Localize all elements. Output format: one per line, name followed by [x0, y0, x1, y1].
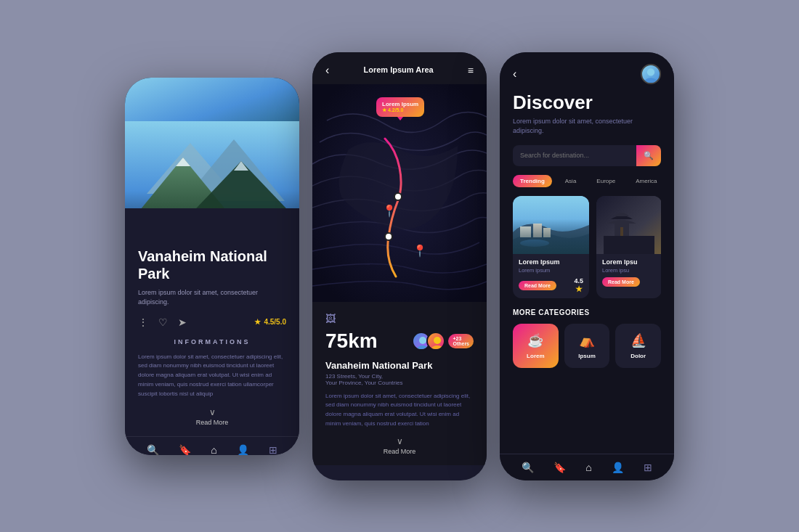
search-input[interactable]: [513, 146, 636, 165]
coffee-icon: ☕: [527, 332, 543, 348]
card-image-2: [596, 196, 661, 254]
nav-grid-icon[interactable]: ⊞: [269, 444, 277, 454]
nav3-home-icon[interactable]: ⌂: [585, 462, 591, 473]
rating-value: 4.5/5.0: [264, 318, 286, 326]
map-pin-top: Lorem Ipsum ★ 4.2/5.0: [376, 97, 424, 117]
distance-value: 75km: [325, 330, 378, 353]
cat-card-dolor[interactable]: ⛵ Dolor: [615, 324, 661, 368]
filter-tabs: Trending Asia Europe America: [513, 175, 661, 187]
menu-icon[interactable]: ≡: [468, 65, 474, 76]
phones-container: Vanaheim National Park Lorem ipsum dolor…: [110, 38, 689, 495]
svg-rect-18: [520, 226, 531, 237]
chevron-down-icon-2[interactable]: ∨: [397, 436, 403, 446]
svg-point-13: [434, 337, 441, 344]
cat-card-ipsum[interactable]: ⛺ Ipsum: [564, 324, 610, 368]
nav-user-icon[interactable]: 👤: [237, 444, 249, 454]
others-badge: +23Others: [448, 334, 474, 348]
svg-rect-19: [533, 224, 542, 237]
phone3-back-button[interactable]: ‹: [513, 67, 516, 81]
rating: ★ 4.5/5.0: [254, 318, 286, 326]
card-read-more-2[interactable]: Read More: [602, 277, 640, 287]
filter-asia[interactable]: Asia: [558, 175, 584, 187]
heart-icon[interactable]: ♡: [158, 316, 168, 328]
action-icons: ⋮ ♡ ➤: [138, 316, 187, 328]
read-more-label[interactable]: Read More: [196, 419, 229, 426]
card-read-more-1[interactable]: Read More: [519, 281, 556, 290]
svg-point-11: [419, 337, 426, 344]
phone1-content: Vanaheim National Park Lorem ipsum dolor…: [125, 237, 299, 437]
chevron-down-icon[interactable]: ∨: [209, 407, 216, 417]
sail-icon: ⛵: [630, 332, 646, 348]
phone-1: Vanaheim National Park Lorem ipsum dolor…: [125, 78, 299, 455]
read-more-label-2[interactable]: Read More: [384, 448, 416, 455]
filter-europe[interactable]: Europe: [589, 175, 622, 187]
card-body-1: Lorem Ipsum Lorem ipsum Read More 4.5 ★: [513, 254, 589, 298]
cat-label-dolor: Dolor: [630, 353, 646, 359]
card-name-1: Lorem Ipsum: [519, 258, 583, 266]
phone2-header: ‹ Lorem Ipsum Area ≡: [312, 52, 487, 84]
nav3-bookmark-icon[interactable]: 🔖: [553, 462, 566, 473]
location-name: Vanaheim National Park: [325, 360, 474, 371]
svg-point-14: [431, 345, 443, 351]
cards-row: Lorem Ipsum Lorem ipsum Read More 4.5 ★: [513, 196, 661, 298]
user-avatar[interactable]: [641, 64, 661, 84]
card-star-1: ★: [575, 285, 583, 294]
discover-title: Discover: [513, 91, 661, 114]
more-categories-label: MORE CATEGORIES: [513, 308, 661, 316]
avatars: +23Others: [412, 332, 474, 351]
dest-card-1: Lorem Ipsum Lorem ipsum Read More 4.5 ★: [513, 196, 589, 298]
nav-bookmark-icon[interactable]: 🔖: [179, 444, 191, 454]
tent-icon: ⛺: [579, 332, 595, 348]
svg-point-10: [394, 193, 402, 200]
read-more-row: ∨ Read More: [138, 407, 286, 426]
info-text: Lorem ipsum dolor sit amet, consectetuer…: [138, 353, 286, 399]
hero-image: [125, 78, 299, 237]
phone2-bottom-info: 🖼 75km: [312, 302, 487, 465]
svg-point-16: [644, 78, 657, 84]
park-desc: Lorem ipsum dolor sit amet, consectetuer…: [138, 288, 286, 308]
nav3-user-icon[interactable]: 👤: [612, 462, 624, 473]
svg-rect-20: [543, 228, 551, 237]
svg-rect-23: [620, 227, 623, 236]
map-area: Lorem Ipsum ★ 4.2/5.0 📍 📍: [312, 84, 487, 302]
cat-card-lorem[interactable]: ☕ Lorem: [513, 324, 559, 368]
share-icon[interactable]: ➤: [178, 316, 187, 328]
search-bar: 🔍: [513, 145, 661, 166]
phone3-bottom-nav: 🔍 🔖 ⌂ 👤 ⊞: [500, 454, 674, 480]
card-rating-1: 4.5 ★: [574, 277, 583, 294]
discover-desc: Lorem ipsum dolor sit amet, consectetuer…: [513, 117, 661, 136]
search-button[interactable]: 🔍: [636, 145, 661, 166]
phone-3: ‹ Discover Lorem ipsum dolor sit amet, c…: [500, 52, 674, 480]
categories-grid: ☕ Lorem ⛺ Ipsum ⛵ Dolor: [513, 324, 661, 368]
park-title: Vanaheim National Park: [138, 247, 286, 282]
svg-point-15: [647, 68, 654, 75]
nav3-grid-icon[interactable]: ⊞: [644, 462, 652, 473]
star-icon: ★: [254, 318, 261, 326]
nav3-search-icon[interactable]: 🔍: [522, 462, 534, 473]
phone1-bottom-nav: 🔍 🔖 ⌂ 👤 ⊞: [125, 436, 299, 454]
location-address: 123 Streets, Your City, Your Province, Y…: [325, 373, 474, 386]
more-icon[interactable]: ⋮: [138, 316, 148, 328]
filter-trending[interactable]: Trending: [513, 175, 552, 187]
gallery-icon[interactable]: 🖼: [325, 313, 336, 324]
cat-label-lorem: Lorem: [527, 353, 544, 359]
phone3-header: ‹: [500, 52, 674, 91]
card-footer-2: Read More: [602, 277, 656, 287]
avatar-2: [426, 332, 445, 351]
card-name-2: Lorem Ipsu: [602, 258, 656, 266]
card-body-2: Lorem Ipsu Lorem ipsu Read More: [596, 254, 661, 291]
card-image-1: [513, 196, 589, 254]
map-location-icon-1: 📍: [382, 204, 397, 218]
phone-2: ‹ Lorem Ipsum Area ≡: [312, 52, 487, 480]
pin-rating: ★ 4.2/5.0: [382, 107, 418, 113]
read-more-row-2: ∨ Read More: [325, 436, 474, 455]
back-button[interactable]: ‹: [325, 64, 329, 77]
image-icon-row: 🖼: [325, 312, 474, 325]
filter-america[interactable]: America: [628, 175, 664, 187]
header-title: Lorem Ipsum Area: [363, 65, 433, 75]
nav-home-icon[interactable]: ⌂: [211, 444, 216, 454]
svg-rect-7: [125, 208, 299, 237]
section-label: INFORMATIONS: [138, 338, 286, 345]
cat-label-ipsum: Ipsum: [578, 353, 596, 359]
nav-search-icon[interactable]: 🔍: [147, 444, 159, 454]
